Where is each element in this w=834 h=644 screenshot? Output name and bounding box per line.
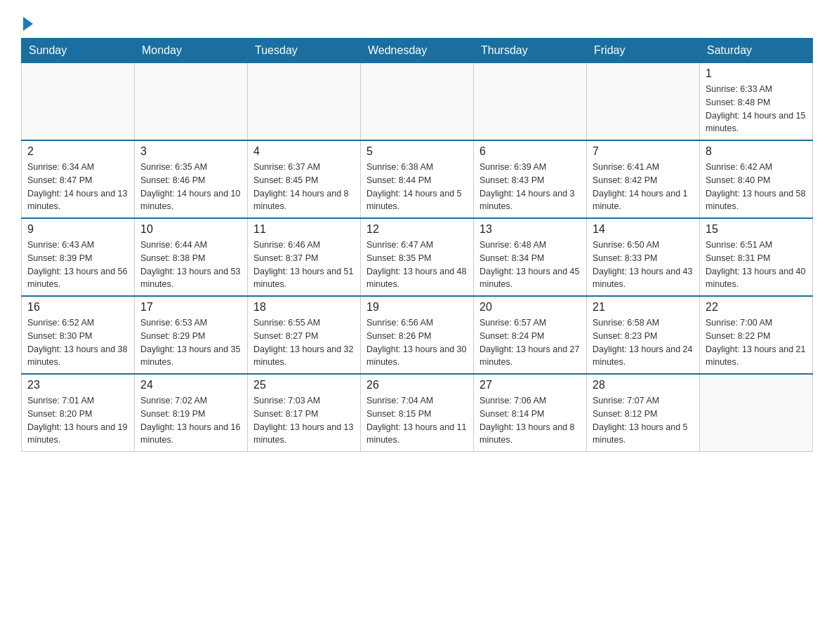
calendar-cell: 26Sunrise: 7:04 AMSunset: 8:15 PMDayligh… xyxy=(361,374,474,452)
day-number: 24 xyxy=(140,379,241,391)
day-info: Sunrise: 7:01 AMSunset: 8:20 PMDaylight:… xyxy=(27,394,128,447)
day-info: Sunrise: 6:35 AMSunset: 8:46 PMDaylight:… xyxy=(140,161,241,213)
day-number: 22 xyxy=(706,301,807,314)
calendar-header-monday: Monday xyxy=(135,39,248,63)
day-info: Sunrise: 6:43 AMSunset: 8:39 PMDaylight:… xyxy=(27,239,128,291)
day-number: 11 xyxy=(253,223,355,236)
day-number: 27 xyxy=(479,379,581,391)
calendar-cell: 15Sunrise: 6:51 AMSunset: 8:31 PMDayligh… xyxy=(700,218,813,296)
day-number: 28 xyxy=(593,379,694,391)
day-number: 16 xyxy=(27,301,128,314)
calendar-week-row-1: 1Sunrise: 6:33 AMSunset: 8:48 PMDaylight… xyxy=(22,63,813,141)
calendar-cell xyxy=(22,63,135,141)
calendar-cell: 16Sunrise: 6:52 AMSunset: 8:30 PMDayligh… xyxy=(22,296,135,374)
calendar-week-row-5: 23Sunrise: 7:01 AMSunset: 8:20 PMDayligh… xyxy=(22,374,813,452)
calendar-cell: 28Sunrise: 7:07 AMSunset: 8:12 PMDayligh… xyxy=(587,374,700,452)
calendar-cell: 12Sunrise: 6:47 AMSunset: 8:35 PMDayligh… xyxy=(361,218,474,296)
day-number: 25 xyxy=(253,379,355,391)
calendar-cell: 7Sunrise: 6:41 AMSunset: 8:42 PMDaylight… xyxy=(587,140,700,218)
calendar-cell xyxy=(135,63,248,141)
calendar-cell: 25Sunrise: 7:03 AMSunset: 8:17 PMDayligh… xyxy=(248,374,361,452)
calendar-cell: 22Sunrise: 7:00 AMSunset: 8:22 PMDayligh… xyxy=(700,296,813,374)
calendar-cell: 14Sunrise: 6:50 AMSunset: 8:33 PMDayligh… xyxy=(587,218,700,296)
day-number: 5 xyxy=(366,145,468,158)
calendar-cell: 10Sunrise: 6:44 AMSunset: 8:38 PMDayligh… xyxy=(135,218,248,296)
day-number: 21 xyxy=(593,301,694,314)
day-number: 6 xyxy=(479,145,581,158)
day-info: Sunrise: 6:58 AMSunset: 8:23 PMDaylight:… xyxy=(593,316,694,369)
calendar-cell: 3Sunrise: 6:35 AMSunset: 8:46 PMDaylight… xyxy=(135,140,248,218)
day-info: Sunrise: 6:55 AMSunset: 8:27 PMDaylight:… xyxy=(253,316,355,369)
calendar-header-tuesday: Tuesday xyxy=(248,39,361,63)
calendar-cell: 4Sunrise: 6:37 AMSunset: 8:45 PMDaylight… xyxy=(248,140,361,218)
day-info: Sunrise: 6:56 AMSunset: 8:26 PMDaylight:… xyxy=(366,316,468,369)
calendar-cell: 2Sunrise: 6:34 AMSunset: 8:47 PMDaylight… xyxy=(22,140,135,218)
calendar-cell: 27Sunrise: 7:06 AMSunset: 8:14 PMDayligh… xyxy=(474,374,587,452)
calendar-header-thursday: Thursday xyxy=(474,39,587,63)
calendar-cell: 21Sunrise: 6:58 AMSunset: 8:23 PMDayligh… xyxy=(587,296,700,374)
day-info: Sunrise: 7:06 AMSunset: 8:14 PMDaylight:… xyxy=(479,394,581,447)
calendar-cell: 6Sunrise: 6:39 AMSunset: 8:43 PMDaylight… xyxy=(474,140,587,218)
day-info: Sunrise: 6:51 AMSunset: 8:31 PMDaylight:… xyxy=(706,239,807,291)
calendar-cell xyxy=(248,63,361,141)
day-number: 10 xyxy=(140,223,241,236)
calendar-cell: 5Sunrise: 6:38 AMSunset: 8:44 PMDaylight… xyxy=(361,140,474,218)
day-info: Sunrise: 7:07 AMSunset: 8:12 PMDaylight:… xyxy=(593,394,694,447)
day-number: 26 xyxy=(366,379,468,391)
day-info: Sunrise: 7:00 AMSunset: 8:22 PMDaylight:… xyxy=(706,316,807,369)
calendar-week-row-4: 16Sunrise: 6:52 AMSunset: 8:30 PMDayligh… xyxy=(22,296,813,374)
calendar-cell: 18Sunrise: 6:55 AMSunset: 8:27 PMDayligh… xyxy=(248,296,361,374)
calendar-week-row-2: 2Sunrise: 6:34 AMSunset: 8:47 PMDaylight… xyxy=(22,140,813,218)
calendar-header-friday: Friday xyxy=(587,39,700,63)
day-number: 7 xyxy=(593,145,694,158)
day-number: 19 xyxy=(366,301,468,314)
day-number: 20 xyxy=(479,301,581,314)
calendar-cell: 8Sunrise: 6:42 AMSunset: 8:40 PMDaylight… xyxy=(700,140,813,218)
day-info: Sunrise: 6:38 AMSunset: 8:44 PMDaylight:… xyxy=(366,161,468,213)
day-number: 3 xyxy=(140,145,241,158)
calendar-cell: 1Sunrise: 6:33 AMSunset: 8:48 PMDaylight… xyxy=(700,63,813,141)
calendar-week-row-3: 9Sunrise: 6:43 AMSunset: 8:39 PMDaylight… xyxy=(22,218,813,296)
day-info: Sunrise: 7:02 AMSunset: 8:19 PMDaylight:… xyxy=(140,394,241,447)
day-info: Sunrise: 6:57 AMSunset: 8:24 PMDaylight:… xyxy=(479,316,581,369)
day-info: Sunrise: 6:34 AMSunset: 8:47 PMDaylight:… xyxy=(27,161,128,213)
day-number: 12 xyxy=(366,223,468,236)
day-info: Sunrise: 6:42 AMSunset: 8:40 PMDaylight:… xyxy=(706,161,807,213)
day-number: 15 xyxy=(706,223,807,236)
day-info: Sunrise: 6:33 AMSunset: 8:48 PMDaylight:… xyxy=(706,83,807,135)
day-info: Sunrise: 7:04 AMSunset: 8:15 PMDaylight:… xyxy=(366,394,468,447)
day-info: Sunrise: 6:46 AMSunset: 8:37 PMDaylight:… xyxy=(253,239,355,291)
calendar-cell xyxy=(587,63,700,141)
day-info: Sunrise: 6:37 AMSunset: 8:45 PMDaylight:… xyxy=(253,161,355,213)
day-info: Sunrise: 7:03 AMSunset: 8:17 PMDaylight:… xyxy=(253,394,355,447)
day-number: 18 xyxy=(253,301,355,314)
calendar-cell: 9Sunrise: 6:43 AMSunset: 8:39 PMDaylight… xyxy=(22,218,135,296)
day-number: 4 xyxy=(253,145,355,158)
logo xyxy=(21,14,33,31)
calendar-cell: 17Sunrise: 6:53 AMSunset: 8:29 PMDayligh… xyxy=(135,296,248,374)
calendar-cell xyxy=(700,374,813,452)
day-info: Sunrise: 6:39 AMSunset: 8:43 PMDaylight:… xyxy=(479,161,581,213)
day-number: 8 xyxy=(706,145,807,158)
day-info: Sunrise: 6:41 AMSunset: 8:42 PMDaylight:… xyxy=(593,161,694,213)
calendar-cell: 23Sunrise: 7:01 AMSunset: 8:20 PMDayligh… xyxy=(22,374,135,452)
day-number: 9 xyxy=(27,223,128,236)
calendar-table: SundayMondayTuesdayWednesdayThursdayFrid… xyxy=(21,38,813,452)
day-number: 23 xyxy=(27,379,128,391)
day-info: Sunrise: 6:47 AMSunset: 8:35 PMDaylight:… xyxy=(366,239,468,291)
day-info: Sunrise: 6:50 AMSunset: 8:33 PMDaylight:… xyxy=(593,239,694,291)
day-number: 17 xyxy=(140,301,241,314)
calendar-cell xyxy=(474,63,587,141)
calendar-cell: 24Sunrise: 7:02 AMSunset: 8:19 PMDayligh… xyxy=(135,374,248,452)
day-info: Sunrise: 6:48 AMSunset: 8:34 PMDaylight:… xyxy=(479,239,581,291)
calendar-header-wednesday: Wednesday xyxy=(361,39,474,63)
calendar-cell: 13Sunrise: 6:48 AMSunset: 8:34 PMDayligh… xyxy=(474,218,587,296)
calendar-cell xyxy=(361,63,474,141)
calendar-header-saturday: Saturday xyxy=(700,39,813,63)
calendar-cell: 11Sunrise: 6:46 AMSunset: 8:37 PMDayligh… xyxy=(248,218,361,296)
calendar-header-row: SundayMondayTuesdayWednesdayThursdayFrid… xyxy=(22,39,813,63)
day-number: 13 xyxy=(479,223,581,236)
day-info: Sunrise: 6:53 AMSunset: 8:29 PMDaylight:… xyxy=(140,316,241,369)
calendar-cell: 19Sunrise: 6:56 AMSunset: 8:26 PMDayligh… xyxy=(361,296,474,374)
calendar-header-sunday: Sunday xyxy=(22,39,135,63)
